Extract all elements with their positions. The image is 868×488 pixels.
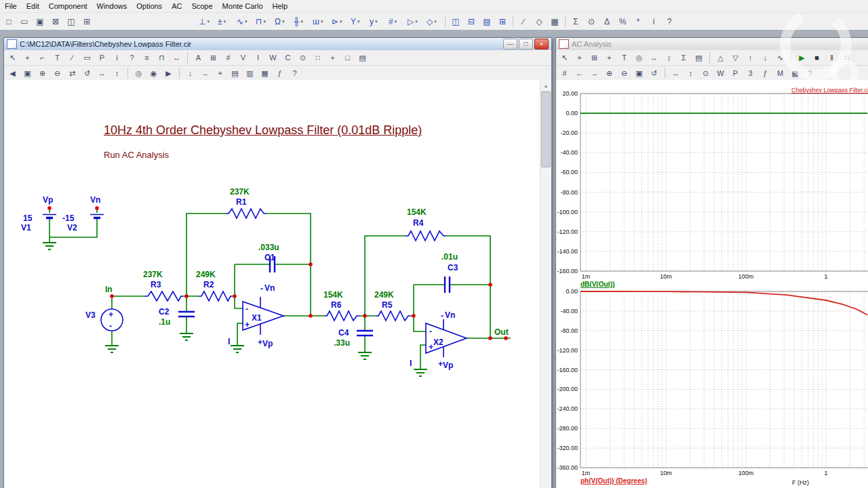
align-vertical-icon[interactable]: ▥ bbox=[243, 66, 257, 81]
pulse-source-component-icon[interactable]: ⊓▾ bbox=[253, 15, 271, 28]
font-settings-icon[interactable]: ƒ bbox=[273, 66, 287, 81]
battery-component-icon[interactable]: ±▾ bbox=[215, 15, 233, 28]
autoscale-icon[interactable]: ▣ bbox=[632, 66, 646, 81]
title-block-toggle-icon[interactable]: ▤ bbox=[355, 51, 370, 65]
picture-tool-icon[interactable]: ▭ bbox=[80, 51, 94, 65]
info-mode-icon[interactable]: i bbox=[110, 51, 124, 65]
menu-item-file[interactable]: File bbox=[0, 0, 22, 12]
low-cursor-icon[interactable]: ↓ bbox=[758, 51, 772, 65]
select-tool-icon[interactable]: ↖ bbox=[557, 51, 572, 65]
opamp-component-icon[interactable]: ▷▾ bbox=[405, 15, 423, 28]
split-window-icon[interactable]: ⊞ bbox=[495, 14, 510, 29]
npn-component-icon[interactable]: Y▾ bbox=[348, 15, 366, 28]
resistor-component-icon[interactable]: Ω▾ bbox=[272, 15, 290, 28]
menu-item-help[interactable]: Help bbox=[268, 0, 293, 12]
cascade-windows-icon[interactable]: ▤ bbox=[479, 14, 494, 29]
text-tool-icon[interactable]: T bbox=[50, 51, 64, 65]
component-mode-icon[interactable]: + bbox=[20, 51, 35, 65]
3d-window-icon[interactable]: 3 bbox=[743, 66, 757, 81]
run-button-icon[interactable]: ▶ bbox=[795, 51, 809, 65]
info-icon[interactable]: i bbox=[646, 14, 661, 29]
horizontal-axis-settings-icon[interactable]: ↔ bbox=[669, 66, 683, 81]
rubberband-icon[interactable]: ↔ bbox=[170, 51, 184, 65]
vertical-axis-settings-icon[interactable]: ↕ bbox=[684, 66, 698, 81]
node-voltages-toggle-icon[interactable]: V bbox=[236, 51, 250, 65]
zoom-in-icon[interactable]: ⊕ bbox=[35, 66, 50, 81]
pan-tool-icon[interactable]: ⌖ bbox=[213, 66, 227, 81]
new-file-icon[interactable]: □ bbox=[1, 14, 16, 29]
crosshair-toggle-icon[interactable]: + bbox=[326, 51, 340, 65]
step-down-icon[interactable]: ↓ bbox=[183, 66, 197, 81]
valley-cursor-icon[interactable]: ▽ bbox=[728, 51, 743, 65]
zoom-out-icon[interactable]: ⊖ bbox=[50, 66, 64, 81]
tag-point-icon[interactable]: ◎ bbox=[632, 51, 646, 65]
calculator-icon[interactable]: Σ bbox=[568, 14, 583, 29]
rotate-icon[interactable]: ↺ bbox=[80, 66, 94, 81]
component-editor-icon[interactable]: ∕ bbox=[516, 14, 531, 29]
optimizer-icon[interactable]: % bbox=[615, 14, 630, 29]
plot-area[interactable]: Chebyshev Lowpass Filter.cir 20.000.00-2… bbox=[556, 80, 868, 488]
performance-window-icon[interactable]: ƒ bbox=[758, 66, 772, 81]
menu-item-windows[interactable]: Windows bbox=[92, 0, 132, 12]
ac-window-titlebar[interactable]: AC Analysis bbox=[556, 38, 868, 50]
pin-connections-toggle-icon[interactable]: ⊙ bbox=[296, 51, 310, 65]
flip-x-icon[interactable]: ↔ bbox=[95, 66, 109, 81]
step-right-icon[interactable]: → bbox=[198, 66, 212, 81]
pause-button-icon[interactable]: ‖ bbox=[825, 51, 839, 65]
mosfet-component-icon[interactable]: #▾ bbox=[386, 15, 404, 28]
graphics-tool-icon[interactable]: ∕ bbox=[65, 51, 79, 65]
region-enable-icon[interactable]: ≡ bbox=[140, 51, 154, 65]
performance-tag-icon[interactable]: Σ bbox=[677, 51, 691, 65]
goto-flag-icon[interactable]: ▶ bbox=[161, 66, 176, 81]
tracker-toggle-icon[interactable]: ⊙ bbox=[698, 66, 713, 81]
print-icon[interactable]: ⊞ bbox=[79, 14, 94, 29]
pan-mode-icon[interactable]: ⌖ bbox=[572, 51, 587, 65]
schematic-window-titlebar[interactable]: C:\MC12\DATA\Filters\Chebyshev Lowpass F… bbox=[4, 38, 551, 50]
menu-item-edit[interactable]: Edit bbox=[22, 0, 44, 12]
inductor-component-icon[interactable]: ɯ▾ bbox=[310, 15, 328, 28]
data-points-toggle-icon[interactable]: ∷ bbox=[840, 51, 854, 65]
scrollbar-thumb[interactable] bbox=[541, 92, 551, 167]
border-toggle-icon[interactable]: □ bbox=[340, 51, 355, 65]
schematic-canvas[interactable]: 10Hz 4th Order Chebyshev Lowpass Filter … bbox=[4, 80, 551, 488]
tile-horizontal-icon[interactable]: ⊟ bbox=[464, 14, 479, 29]
select-box-icon[interactable]: ▣ bbox=[20, 66, 35, 81]
menu-item-monte-carlo[interactable]: Monte Carlo bbox=[218, 0, 268, 12]
3d-plot-icon[interactable]: Δ bbox=[599, 14, 614, 29]
color-settings-icon[interactable]: ▦ bbox=[258, 66, 272, 81]
help-contents-icon[interactable]: ? bbox=[288, 66, 302, 81]
tag-horizontal-icon[interactable]: ↔ bbox=[647, 51, 661, 65]
menu-item-component[interactable]: Component bbox=[44, 0, 92, 12]
vertical-scrollbar[interactable]: ▲ ▼ bbox=[540, 80, 551, 488]
scroll-up-arrow[interactable]: ▲ bbox=[540, 80, 551, 92]
menu-item-options[interactable]: Options bbox=[132, 0, 167, 12]
cursor-right-icon[interactable]: → bbox=[587, 66, 601, 81]
align-horizontal-icon[interactable]: ▤ bbox=[228, 66, 242, 81]
zoom-out-icon[interactable]: ⊖ bbox=[617, 66, 631, 81]
grid-text-toggle-icon[interactable]: ⊞ bbox=[206, 51, 220, 65]
open-file-icon[interactable]: ▭ bbox=[17, 14, 32, 29]
zoom-in-icon[interactable]: ⊕ bbox=[602, 66, 616, 81]
sine-source-component-icon[interactable]: ∿▾ bbox=[234, 15, 252, 28]
shape-editor-icon[interactable]: ◇ bbox=[532, 14, 547, 29]
cursor-mode-icon[interactable]: + bbox=[602, 51, 616, 65]
preferences-icon[interactable]: * bbox=[631, 14, 646, 29]
node-numbers-toggle-icon[interactable]: # bbox=[221, 51, 235, 65]
minimize-icon[interactable]: — bbox=[503, 39, 517, 49]
scope-settings-icon[interactable]: ▦ bbox=[788, 66, 802, 81]
macro-component-icon[interactable]: ◇▾ bbox=[424, 15, 442, 28]
currents-toggle-icon[interactable]: I bbox=[251, 51, 265, 65]
ground-component-icon[interactable]: ⊥▾ bbox=[196, 15, 214, 28]
close-file-icon[interactable]: ⊠ bbox=[48, 14, 63, 29]
monte-carlo-icon[interactable]: M bbox=[773, 66, 787, 81]
pnp-component-icon[interactable]: y▾ bbox=[367, 15, 385, 28]
package-editor-icon[interactable]: ▦ bbox=[547, 14, 562, 29]
probe-icon[interactable]: ⊙ bbox=[584, 14, 599, 29]
text-tool-icon[interactable]: T bbox=[617, 51, 631, 65]
digital-path-icon[interactable]: ⊓ bbox=[155, 51, 169, 65]
help-mode-icon[interactable]: ? bbox=[125, 51, 139, 65]
flag-jump-icon[interactable]: ◀ bbox=[5, 66, 20, 81]
peak-cursor-icon[interactable]: △ bbox=[713, 51, 728, 65]
flip-y-icon[interactable]: ↕ bbox=[110, 66, 124, 81]
mirror-box-icon[interactable]: ⇄ bbox=[65, 66, 79, 81]
